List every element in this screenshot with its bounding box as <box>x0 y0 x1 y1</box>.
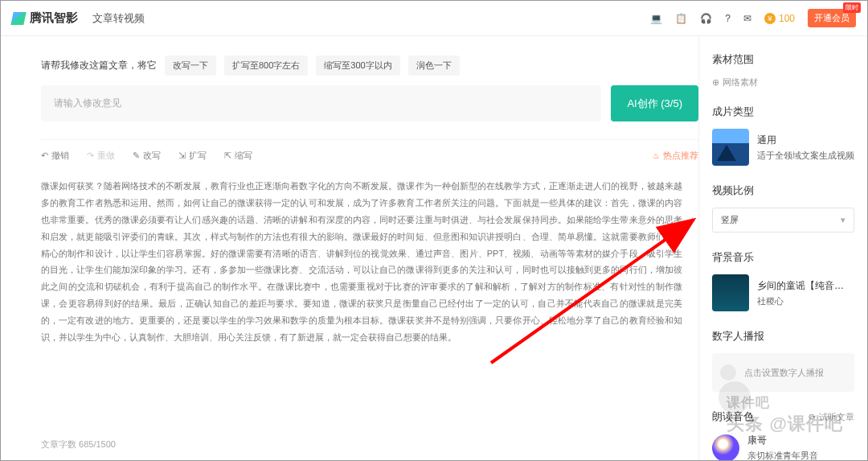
ratio-select[interactable]: 竖屏 <box>712 208 854 233</box>
ratio-title: 视频比例 <box>712 183 854 198</box>
redo-button[interactable]: ↷重做 <box>87 150 115 162</box>
chip-expand[interactable]: 扩写至800字左右 <box>224 56 308 76</box>
avatar-placeholder-icon <box>720 364 736 381</box>
material-title: 素材范围 <box>712 52 854 67</box>
prompt-row: 请帮我修改这篇文章，将它 改写一下 扩写至800字左右 缩写至300字以内 润色… <box>41 56 698 76</box>
template-thumb-icon <box>712 129 749 166</box>
editor-pane: 请帮我修改这篇文章，将它 改写一下 扩写至800字左右 缩写至300字以内 润色… <box>1 36 698 460</box>
music-title: 背景音乐 <box>712 250 854 265</box>
compress-icon: ⇱ <box>224 150 231 161</box>
brand-text: 腾讯智影 <box>30 10 78 26</box>
template-title: 成片类型 <box>712 105 854 119</box>
vip-button[interactable]: 开通会员 <box>808 9 856 27</box>
template-name: 通用 <box>757 134 854 147</box>
editor-toolbar: ↶撤销 ↷重做 ✎改写 ⇲扩写 ⇱缩写 ♨ 热点推荐 <box>41 139 698 167</box>
shorten-button[interactable]: ⇱缩写 <box>224 150 252 162</box>
message-icon[interactable]: ✉ <box>743 13 751 24</box>
template-desc: 适于全领域文案生成视频 <box>757 150 854 162</box>
topbar: 腾讯智影 文章转视频 💻 📋 🎧 ? ✉ ¥ 100 开通会员 <box>1 1 867 36</box>
ai-create-button[interactable]: AI创作 (3/5) <box>611 85 698 121</box>
coin-balance[interactable]: ¥ 100 <box>764 13 795 24</box>
redo-icon: ↷ <box>87 150 94 161</box>
help-icon[interactable]: ? <box>725 13 731 24</box>
chip-shorten[interactable]: 缩写至300字以内 <box>316 56 399 76</box>
avatar-title: 数字人播报 <box>712 329 854 344</box>
article-body[interactable]: 微课如何获奖？随着网络技术的不断发展，教育行业也正逐渐向着数字化的方向不断发展。… <box>41 178 698 346</box>
template-card[interactable]: 通用 适于全领域文案生成视频 <box>712 129 854 166</box>
undo-button[interactable]: ↶撤销 <box>41 150 69 162</box>
globe-icon: ⊕ <box>712 77 719 88</box>
hot-recommend[interactable]: ♨ 热点推荐 <box>653 150 698 162</box>
prompt-leading: 请帮我修改这篇文章，将它 <box>41 59 157 72</box>
undo-icon: ↶ <box>41 150 48 161</box>
voice-card[interactable]: 康哥 亲切标准青年男音 <box>712 434 854 460</box>
word-count: 文章字数 685/1500 <box>41 430 698 451</box>
chip-rewrite[interactable]: 改写一下 <box>165 56 216 76</box>
music-name: 乡间的童谣【纯音… <box>757 279 844 293</box>
logo-mark-icon <box>10 12 26 25</box>
chip-polish[interactable]: 润色一下 <box>408 56 460 76</box>
tasks-icon[interactable]: 📋 <box>675 13 687 24</box>
pen-icon: ✎ <box>133 150 140 161</box>
edit-instruction-input[interactable]: 请输入修改意见 <box>41 85 601 121</box>
headset-icon[interactable]: 🎧 <box>700 13 712 24</box>
coin-count: 100 <box>779 13 795 24</box>
brand-logo[interactable]: 腾讯智影 <box>12 10 78 26</box>
voice-avatar-icon <box>712 434 739 461</box>
music-thumb-icon <box>712 274 749 311</box>
top-right-tools: 💻 📋 🎧 ? ✉ ¥ 100 开通会员 <box>650 9 856 27</box>
music-card[interactable]: 乡间的童谣【纯音… 社稷心 <box>712 274 854 311</box>
expand-icon: ⇲ <box>178 150 186 161</box>
expand-button[interactable]: ⇲扩写 <box>178 150 207 162</box>
flame-icon: ♨ <box>653 151 660 160</box>
device-icon[interactable]: 💻 <box>650 13 662 24</box>
rewrite-button[interactable]: ✎改写 <box>133 150 161 162</box>
voice-desc: 亲切标准青年男音 <box>747 450 818 460</box>
input-row: 请输入修改意见 AI创作 (3/5) <box>41 85 698 121</box>
material-link[interactable]: ⊕ 网络素材 <box>712 76 854 88</box>
watermark: 课件吧头条 @课件吧 <box>727 393 843 436</box>
music-artist: 社稷心 <box>757 295 844 307</box>
page-title: 文章转视频 <box>92 11 145 26</box>
coin-icon: ¥ <box>764 13 776 24</box>
